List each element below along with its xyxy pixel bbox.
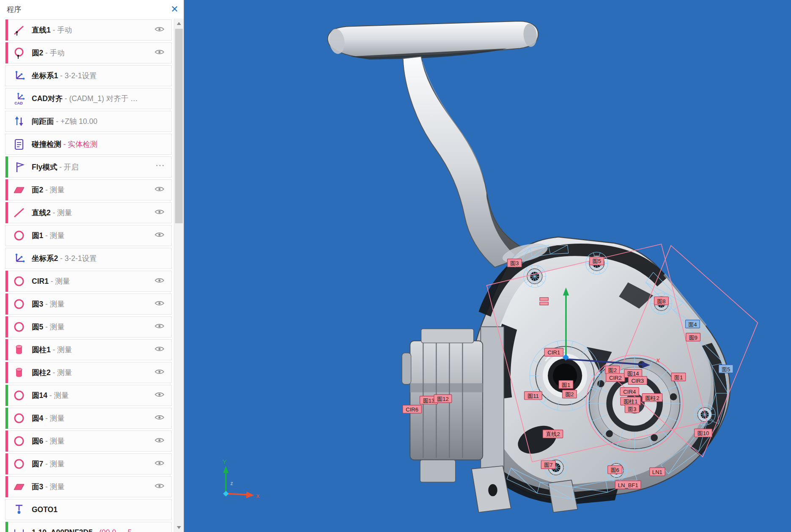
- measurement-label[interactable]: 圆11: [525, 392, 542, 400]
- visibility-eye-icon[interactable]: [154, 414, 165, 422]
- program-step-row[interactable]: Fly模式 - 开启 ⋯: [5, 156, 172, 178]
- scrollbar-thumb[interactable]: [175, 29, 183, 223]
- circle-icon: [12, 229, 26, 242]
- status-bar: [5, 271, 8, 292]
- visibility-eye-icon[interactable]: [154, 49, 165, 57]
- visibility-eye-icon[interactable]: [154, 186, 165, 194]
- program-step-row[interactable]: 圆5 - 测量: [5, 316, 172, 337]
- svg-text:圆1: 圆1: [562, 382, 570, 388]
- svg-text:CIR4: CIR4: [623, 389, 636, 395]
- scroll-down-icon[interactable]: [174, 523, 184, 532]
- step-name: 间距面: [32, 117, 54, 126]
- status-bar: [5, 339, 8, 360]
- more-options-icon[interactable]: ⋯: [155, 160, 165, 171]
- visibility-eye-icon[interactable]: [154, 437, 165, 445]
- svg-text:直线2: 直线2: [546, 431, 560, 437]
- program-step-row[interactable]: 圆7 - 测量: [5, 453, 172, 474]
- circle-icon: [12, 411, 26, 425]
- step-name: 直线2: [32, 208, 51, 217]
- step-name: 坐标系2: [32, 254, 58, 263]
- circle-icon: [12, 457, 26, 471]
- step-desc: - 测量: [51, 346, 72, 354]
- measurement-label[interactable]: CIR2: [606, 373, 625, 381]
- measurement-label[interactable]: 圆7: [541, 461, 555, 469]
- measurement-label[interactable]: 圆1: [559, 381, 573, 389]
- measurement-label[interactable]: 圆5: [590, 257, 604, 265]
- measurement-label[interactable]: CIR4: [620, 387, 639, 395]
- visibility-eye-icon[interactable]: [154, 369, 165, 376]
- program-step-row[interactable]: 面3 - 测量: [5, 476, 172, 497]
- visibility-eye-icon[interactable]: [154, 346, 165, 354]
- program-step-row[interactable]: 圆14 - 测量: [5, 385, 172, 406]
- measurement-label[interactable]: CIR1: [544, 348, 563, 356]
- svg-text:圆2: 圆2: [608, 367, 617, 373]
- coordinate-system-icon: [12, 69, 26, 82]
- program-step-row[interactable]: GOTO1: [5, 499, 172, 520]
- triad-z-label: z: [231, 480, 233, 486]
- visibility-eye-icon[interactable]: [154, 392, 165, 399]
- measurement-label[interactable]: 圆3: [507, 259, 522, 267]
- measurement-label[interactable]: 圆6: [608, 466, 622, 474]
- program-step-row[interactable]: 直线1 - 手动: [5, 19, 172, 41]
- program-list: 直线1 - 手动 圆2 - 手动 坐标系1 - 3-2-1设置 CAD CAD对…: [0, 19, 174, 532]
- status-bar: [5, 408, 8, 429]
- measurement-label[interactable]: CIR6: [403, 405, 421, 413]
- program-step-row[interactable]: 圆2 - 手动: [5, 42, 172, 63]
- measurement-label[interactable]: 面5: [719, 365, 733, 373]
- program-step-row[interactable]: 碰撞检测 - 实体检测: [5, 134, 172, 155]
- measurement-label[interactable]: 圆9: [686, 333, 700, 341]
- program-step-row[interactable]: 圆6 - 测量: [5, 431, 172, 452]
- triad-y-label: Y: [222, 458, 227, 465]
- measurement-label[interactable]: 圆2: [562, 390, 577, 398]
- step-desc: - 测量: [43, 437, 65, 445]
- circle-icon: [12, 434, 26, 448]
- measurement-label[interactable]: LN_BF1: [615, 481, 641, 489]
- measurement-label[interactable]: 圆12: [434, 395, 452, 403]
- measurement-label[interactable]: CIR3: [628, 376, 647, 384]
- panel-scrollbar[interactable]: [174, 19, 184, 532]
- program-step-row[interactable]: 1-10_A00PNF2D5 - (00.0 … 5: [5, 522, 172, 532]
- measurement-label[interactable]: 圆柱2: [642, 394, 662, 402]
- close-icon[interactable]: ✕: [171, 5, 179, 14]
- program-step-row[interactable]: 圆4 - 测量: [5, 408, 172, 429]
- scroll-up-icon[interactable]: [174, 19, 184, 28]
- program-step-row[interactable]: 间距面 - +Z轴 10.00: [5, 111, 172, 132]
- measurement-label[interactable]: 面1: [671, 373, 686, 381]
- visibility-eye-icon[interactable]: [154, 232, 165, 239]
- 3d-viewport[interactable]: x 圆3圆5圆8面4圆9面5CIR1圆2CIR2圆14CIR3面1圆1圆2圆11…: [184, 0, 791, 532]
- program-step-row[interactable]: CIR1 - 测量: [5, 271, 172, 292]
- visibility-eye-icon[interactable]: [154, 277, 165, 285]
- program-step-row[interactable]: 面2 - 测量: [5, 179, 172, 200]
- measurement-label[interactable]: 圆2: [605, 366, 620, 374]
- cad-align-icon: CAD: [12, 92, 26, 105]
- measurement-label[interactable]: 面3: [625, 405, 639, 413]
- program-step-row[interactable]: 圆柱1 - 测量: [5, 339, 172, 360]
- status-bar: [5, 42, 8, 63]
- visibility-eye-icon[interactable]: [154, 323, 165, 331]
- measurement-label[interactable]: 直线2: [543, 430, 563, 438]
- step-name: 坐标系1: [32, 71, 58, 80]
- measurement-label[interactable]: 圆10: [695, 429, 712, 437]
- program-step-row[interactable]: 圆柱2 - 测量: [5, 362, 172, 383]
- program-step-row[interactable]: CAD CAD对齐 - (CADM_1) 对齐于 …: [5, 88, 172, 109]
- program-step-row[interactable]: 坐标系1 - 3-2-1设置: [5, 65, 172, 86]
- visibility-eye-icon[interactable]: [154, 209, 165, 217]
- measurement-label[interactable]: 圆柱1: [621, 397, 640, 405]
- step-name: GOTO1: [32, 505, 58, 514]
- program-step-row[interactable]: 圆1 - 测量: [5, 225, 172, 246]
- measurement-label[interactable]: LN1: [650, 468, 665, 476]
- visibility-eye-icon[interactable]: [154, 300, 165, 308]
- step-name: 圆14: [32, 391, 47, 400]
- visibility-eye-icon[interactable]: [154, 483, 165, 491]
- program-step-row[interactable]: 坐标系2 - 3-2-1设置: [5, 248, 172, 269]
- program-step-row[interactable]: 圆3 - 测量: [5, 293, 172, 315]
- measurement-label[interactable]: 面4: [686, 320, 700, 328]
- measurement-label[interactable]: 圆8: [654, 297, 669, 305]
- visibility-eye-icon[interactable]: [154, 26, 165, 34]
- visibility-eye-icon[interactable]: [154, 460, 165, 468]
- viewport[interactable]: x 圆3圆5圆8面4圆9面5CIR1圆2CIR2圆14CIR3面1圆1圆2圆11…: [184, 0, 791, 532]
- step-name: 圆3: [32, 300, 43, 308]
- svg-text:圆11: 圆11: [527, 393, 539, 399]
- step-name: 圆柱1: [32, 346, 51, 354]
- program-step-row[interactable]: 直线2 - 测量: [5, 202, 172, 223]
